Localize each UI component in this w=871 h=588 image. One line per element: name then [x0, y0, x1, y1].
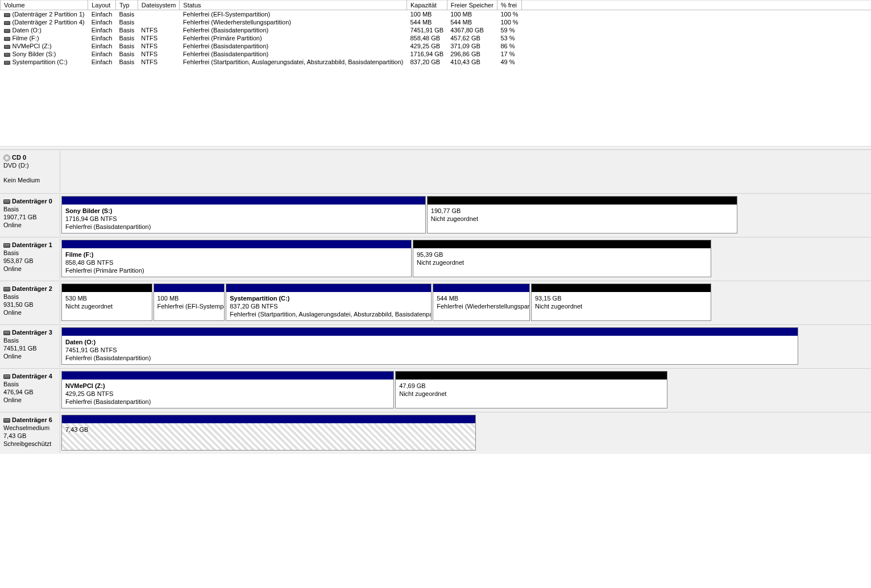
partition-header [396, 372, 667, 380]
volume-row[interactable]: (Datenträger 2 Partition 4)EinfachBasisF… [1, 18, 872, 26]
partition-header [532, 284, 711, 292]
partition-body: 190,77 GBNicht zugeordnet [428, 205, 737, 233]
disk-row[interactable]: Datenträger 4Basis476,94 GBOnlineNVMePCI… [0, 368, 871, 412]
volume-cap: 7451,91 GB [407, 26, 447, 34]
volume-free: 100 MB [447, 10, 497, 19]
disk-size: 7,43 GB [3, 432, 56, 440]
volumes-header-row[interactable]: Volume Layout Typ Dateisystem Status Kap… [1, 1, 872, 10]
volume-row[interactable]: (Datenträger 2 Partition 1)EinfachBasisF… [1, 10, 872, 19]
disk-row[interactable]: Datenträger 1Basis953,87 GBOnlineFilme (… [0, 237, 871, 281]
partition[interactable]: 93,15 GBNicht zugeordnet [531, 283, 711, 321]
volume-pct: 53 % [497, 34, 521, 42]
volume-status: Fehlerfrei (Basisdatenpartition) [180, 26, 407, 34]
volume-name: Filme (F:) [13, 35, 39, 41]
disk-type: Basis [3, 380, 56, 388]
partition[interactable]: 47,69 GBNicht zugeordnet [395, 371, 667, 408]
volume-status: Fehlerfrei (Basisdatenpartition) [180, 42, 407, 50]
disk-info[interactable]: Datenträger 1Basis953,87 GBOnline [0, 239, 60, 280]
volume-free: 296,86 GB [447, 50, 497, 58]
partition-header [62, 240, 411, 248]
volume-row[interactable]: Filme (F:)EinfachBasisNTFSFehlerfrei (Pr… [1, 34, 872, 42]
volume-icon [4, 29, 10, 33]
partition-status: Fehlerfrei (Primäre Partition) [65, 266, 408, 274]
optical-drive-icon [3, 155, 10, 161]
volume-layout: Einfach [88, 10, 116, 19]
disk-row[interactable]: Datenträger 6Wechselmedium7,43 GBSchreib… [0, 412, 871, 454]
volume-pct: 17 % [497, 50, 521, 58]
disk-size: 1907,71 GB [3, 213, 56, 221]
partition-size: 100 MB [157, 294, 221, 302]
partition[interactable]: Sony Bilder (S:)1716,94 GB NTFSFehlerfre… [61, 196, 426, 233]
col-freier[interactable]: Freier Speicher [447, 1, 497, 10]
partition[interactable]: 544 MBFehlerfrei (Wiederherstellungspart… [433, 283, 530, 321]
partition[interactable]: Daten (O:)7451,91 GB NTFSFehlerfrei (Bas… [61, 327, 798, 365]
col-typ[interactable]: Typ [115, 1, 138, 10]
disk-type: DVD (D:) [3, 161, 56, 169]
col-layout[interactable]: Layout [88, 1, 116, 10]
col-dateisystem[interactable]: Dateisystem [138, 1, 180, 10]
volume-row[interactable]: Sony Bilder (S:)EinfachBasisNTFSFehlerfr… [1, 50, 872, 58]
col-status[interactable]: Status [180, 1, 407, 10]
volume-status: Fehlerfrei (Wiederherstellungspartition) [180, 18, 407, 26]
disk-row[interactable]: CD 0DVD (D:)Kein Medium [0, 150, 871, 193]
partition-body: 47,69 GBNicht zugeordnet [396, 380, 667, 408]
disk-map-pane[interactable]: CD 0DVD (D:)Kein MediumDatenträger 0Basi… [0, 150, 871, 454]
partition-title: Daten (O:) [65, 338, 794, 346]
disk-info[interactable]: CD 0DVD (D:)Kein Medium [0, 151, 60, 192]
hard-disk-icon [3, 374, 10, 379]
partition[interactable]: 530 MBNicht zugeordnet [61, 283, 152, 321]
disk-partitions: Sony Bilder (S:)1716,94 GB NTFSFehlerfre… [60, 195, 740, 236]
partition-title: Systempartition (C:) [230, 294, 428, 302]
disk-state: Online [3, 396, 56, 404]
disk-info[interactable]: Datenträger 4Basis476,94 GBOnline [0, 370, 60, 411]
volume-name: Daten (O:) [13, 27, 42, 34]
disk-partitions: NVMePCI (Z:)429,25 GB NTFSFehlerfrei (Ba… [60, 370, 670, 411]
volume-row[interactable]: NVMePCI (Z:)EinfachBasisNTFSFehlerfrei (… [1, 42, 872, 50]
partition-body: 544 MBFehlerfrei (Wiederherstellungspart… [433, 292, 529, 320]
col-volume[interactable]: Volume [1, 1, 88, 10]
disk-state: Kein Medium [3, 176, 56, 184]
volume-icon [4, 37, 10, 41]
partition[interactable]: 190,77 GBNicht zugeordnet [427, 196, 737, 233]
partition-size: 7451,91 GB NTFS [65, 346, 794, 354]
partition[interactable]: 100 MBFehlerfrei (EFI-Systempartition) [154, 283, 225, 321]
partition[interactable]: NVMePCI (Z:)429,25 GB NTFSFehlerfrei (Ba… [61, 371, 394, 408]
partition-body: 7,43 GB [62, 423, 475, 450]
volume-row[interactable]: Daten (O:)EinfachBasisNTFSFehlerfrei (Ba… [1, 26, 872, 34]
partition[interactable]: Filme (F:)858,48 GB NTFSFehlerfrei (Prim… [61, 240, 412, 277]
disk-info[interactable]: Datenträger 0Basis1907,71 GBOnline [0, 195, 60, 236]
partition-status: Nicht zugeordnet [431, 215, 733, 223]
partition-body: 95,39 GBNicht zugeordnet [413, 248, 711, 277]
col-kapazitaet[interactable]: Kapazität [407, 1, 447, 10]
volume-layout: Einfach [88, 34, 116, 42]
disk-info[interactable]: Datenträger 6Wechselmedium7,43 GBSchreib… [0, 414, 60, 453]
disk-size: 7451,91 GB [3, 344, 56, 352]
volume-layout: Einfach [88, 50, 116, 58]
partition[interactable]: 95,39 GBNicht zugeordnet [413, 240, 711, 277]
volume-row[interactable]: Systempartition (C:)EinfachBasisNTFSFehl… [1, 58, 872, 66]
partition-status: Nicht zugeordnet [535, 302, 707, 310]
volume-name: (Datenträger 2 Partition 1) [13, 11, 85, 18]
disk-name: Datenträger 6 [12, 416, 52, 423]
disk-state: Online [3, 221, 56, 229]
partition-header [226, 284, 431, 292]
disk-row[interactable]: Datenträger 3Basis7451,91 GBOnlineDaten … [0, 324, 871, 368]
col-pctfrei[interactable]: % frei [497, 1, 521, 10]
volume-typ: Basis [115, 10, 138, 19]
volume-fs [138, 10, 180, 19]
volume-typ: Basis [115, 18, 138, 26]
disk-row[interactable]: Datenträger 2Basis931,50 GBOnline530 MBN… [0, 281, 871, 324]
disk-size: 931,50 GB [3, 301, 56, 308]
volume-pct: 86 % [497, 42, 521, 50]
disk-info[interactable]: Datenträger 3Basis7451,91 GBOnline [0, 326, 60, 367]
partition-size: 7,43 GB [65, 426, 472, 433]
partition-body: Sony Bilder (S:)1716,94 GB NTFSFehlerfre… [62, 205, 425, 233]
hard-disk-icon [3, 199, 10, 204]
disk-row[interactable]: Datenträger 0Basis1907,71 GBOnlineSony B… [0, 193, 871, 237]
volume-list-pane[interactable]: Volume Layout Typ Dateisystem Status Kap… [0, 0, 871, 147]
volume-cap: 100 MB [407, 10, 447, 19]
partition[interactable]: Systempartition (C:)837,20 GB NTFSFehler… [226, 283, 432, 321]
disk-info[interactable]: Datenträger 2Basis931,50 GBOnline [0, 282, 60, 323]
partition[interactable]: 7,43 GB [61, 415, 476, 451]
partition-size: 837,20 GB NTFS [230, 302, 428, 310]
